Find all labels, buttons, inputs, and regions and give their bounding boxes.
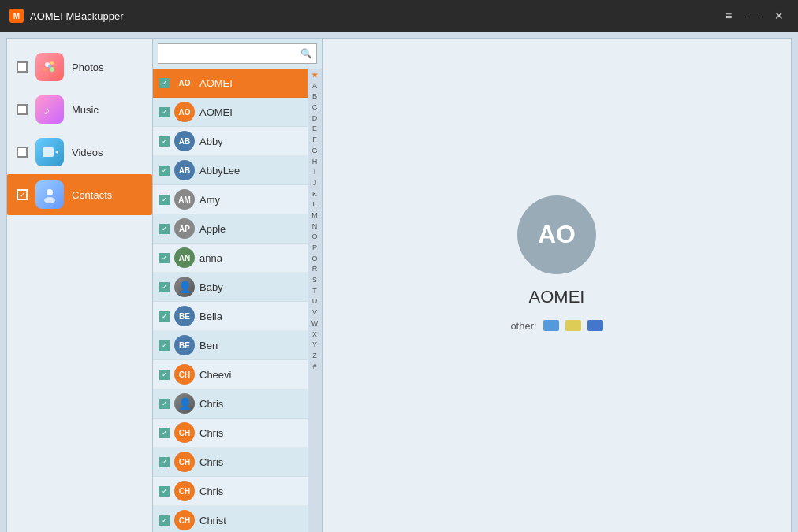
- alpha-item[interactable]: Y: [308, 340, 322, 351]
- alpha-item[interactable]: #: [308, 362, 322, 373]
- alpha-item[interactable]: I: [308, 167, 322, 178]
- contact-name: AbbyLee: [200, 165, 240, 177]
- contact-avatar: AN: [174, 247, 195, 268]
- detail-other: other:: [510, 320, 602, 332]
- contact-item[interactable]: AOAOMEI: [153, 98, 308, 127]
- sidebar-photos-label: Photos: [72, 61, 103, 73]
- contact-item[interactable]: CHCheevi: [153, 360, 308, 389]
- list-view-button[interactable]: ≡: [719, 6, 738, 25]
- alpha-item[interactable]: B: [308, 91, 322, 102]
- contact-avatar: AB: [174, 131, 195, 151]
- contact-checkbox[interactable]: [159, 224, 170, 234]
- svg-rect-6: [43, 147, 54, 157]
- contact-name: Chris: [200, 456, 223, 468]
- left-sidebar: Photos ♪ Music Videos: [7, 39, 153, 532]
- contact-name: Apple: [200, 223, 226, 235]
- contact-checkbox[interactable]: [159, 282, 170, 292]
- svg-point-8: [47, 189, 53, 195]
- title-bar-left: M AOMEI MBackupper: [9, 9, 124, 23]
- alpha-item[interactable]: O: [308, 232, 322, 243]
- videos-icon: [35, 138, 64, 166]
- contact-checkbox[interactable]: [159, 311, 170, 322]
- contact-item[interactable]: AMAmy: [153, 185, 308, 214]
- contact-name: Ben: [200, 340, 218, 352]
- alpha-item[interactable]: ★: [308, 70, 322, 81]
- alpha-item[interactable]: D: [308, 113, 322, 125]
- contact-name: Chris: [200, 427, 223, 439]
- contact-name: Abby: [200, 136, 223, 147]
- alpha-item[interactable]: L: [308, 199, 322, 210]
- contact-checkbox[interactable]: [159, 136, 170, 147]
- alpha-item[interactable]: T: [308, 286, 322, 297]
- contact-checkbox[interactable]: [159, 428, 170, 438]
- contact-item[interactable]: 👤Baby: [153, 273, 308, 302]
- contact-item[interactable]: ABAbbyLee: [153, 156, 308, 185]
- contacts-checkbox[interactable]: [17, 189, 28, 200]
- detail-panel: AO AOMEI other:: [323, 39, 791, 532]
- contact-item[interactable]: ANanna: [153, 244, 308, 273]
- alpha-item[interactable]: X: [308, 329, 322, 340]
- main-container: Photos ♪ Music Videos: [0, 32, 798, 532]
- alpha-item[interactable]: M: [308, 210, 322, 221]
- search-input[interactable]: [158, 43, 317, 64]
- alpha-item[interactable]: Z: [308, 351, 322, 362]
- alpha-item[interactable]: W: [308, 318, 322, 329]
- music-checkbox[interactable]: [17, 104, 28, 115]
- alpha-item[interactable]: H: [308, 157, 322, 168]
- alpha-item[interactable]: E: [308, 124, 322, 135]
- contact-item[interactable]: ABAbby: [153, 127, 308, 156]
- contact-item[interactable]: APApple: [153, 214, 308, 244]
- contact-avatar: CH: [174, 510, 195, 530]
- svg-point-2: [43, 68, 47, 72]
- alpha-item[interactable]: C: [308, 102, 322, 113]
- contact-name: Bella: [200, 311, 222, 322]
- search-bar: 🔍: [153, 39, 322, 69]
- alpha-item[interactable]: S: [308, 275, 322, 286]
- contact-checkbox[interactable]: [159, 166, 170, 176]
- contact-checkbox[interactable]: [159, 253, 170, 263]
- contact-item[interactable]: 👤Chris: [153, 389, 308, 419]
- contact-item[interactable]: BEBen: [153, 331, 308, 360]
- alpha-item[interactable]: K: [308, 189, 322, 200]
- videos-checkbox[interactable]: [17, 147, 28, 158]
- alpha-item[interactable]: N: [308, 221, 322, 233]
- alpha-item[interactable]: A: [308, 81, 322, 92]
- contact-item[interactable]: AOAOMEI★: [153, 69, 308, 98]
- contact-checkbox[interactable]: [159, 370, 170, 380]
- sidebar-item-photos[interactable]: Photos: [7, 47, 152, 87]
- contact-name: AOMEI: [200, 106, 233, 118]
- alpha-item[interactable]: F: [308, 135, 322, 146]
- content-area: Photos ♪ Music Videos: [6, 38, 792, 532]
- contact-item[interactable]: CHChris: [153, 448, 308, 477]
- contact-checkbox[interactable]: [159, 195, 170, 205]
- alpha-item[interactable]: V: [308, 307, 322, 318]
- contact-name: Chris: [200, 398, 223, 410]
- sidebar-item-contacts[interactable]: Contacts: [7, 174, 152, 215]
- sidebar-item-videos[interactable]: Videos: [7, 132, 152, 173]
- alpha-item[interactable]: G: [308, 146, 322, 157]
- alpha-item[interactable]: Q: [308, 254, 322, 265]
- contact-item[interactable]: CHChris: [153, 477, 308, 506]
- contact-name: AOMEI: [200, 77, 233, 89]
- contact-checkbox[interactable]: [159, 78, 170, 88]
- alpha-item[interactable]: R: [308, 264, 322, 275]
- alpha-item[interactable]: U: [308, 296, 322, 307]
- contact-checkbox[interactable]: [159, 340, 170, 351]
- contact-checkbox[interactable]: [159, 399, 170, 409]
- contact-checkbox[interactable]: [159, 486, 170, 497]
- contact-item[interactable]: CHChris: [153, 419, 308, 448]
- contact-checkbox[interactable]: [159, 107, 170, 117]
- minimize-button[interactable]: —: [744, 6, 763, 25]
- close-button[interactable]: ✕: [770, 6, 789, 25]
- photos-checkbox[interactable]: [17, 61, 28, 73]
- contact-item[interactable]: CHChrist: [153, 506, 308, 532]
- sidebar-item-music[interactable]: ♪ Music: [7, 89, 152, 130]
- music-icon: ♪: [35, 95, 64, 124]
- alpha-item[interactable]: J: [308, 178, 322, 189]
- alpha-item[interactable]: P: [308, 243, 322, 254]
- contact-item[interactable]: BEBella: [153, 302, 308, 331]
- sidebar-contacts-label: Contacts: [72, 189, 112, 201]
- contact-checkbox[interactable]: [159, 515, 170, 526]
- contact-checkbox[interactable]: [159, 457, 170, 467]
- contact-avatar: 👤: [174, 393, 195, 414]
